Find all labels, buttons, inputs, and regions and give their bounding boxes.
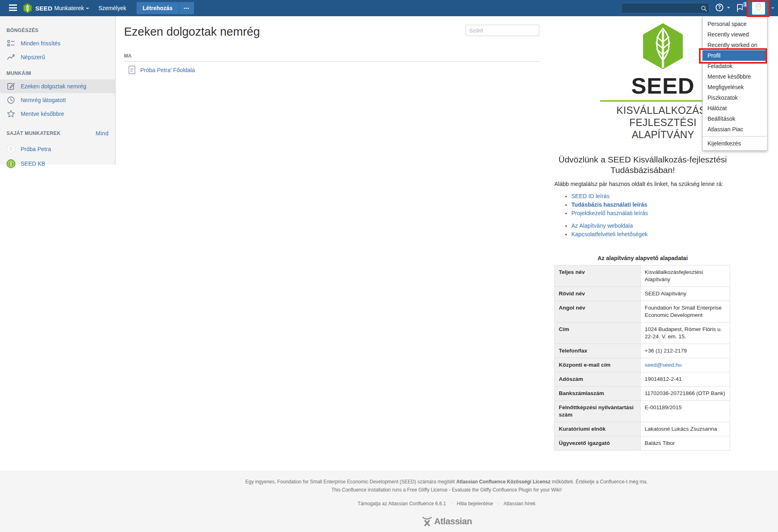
app-title: SEED xyxy=(35,5,52,12)
table-row: Adószám19014812-2-41 xyxy=(555,372,730,387)
table-row: Ügyvezető igazgatóBalázs Tibor xyxy=(555,436,730,451)
menu-item-personal-space[interactable]: Personal space xyxy=(703,19,767,29)
menu-item-beallitasok[interactable]: Beállítások xyxy=(703,113,767,124)
link-tudasbazis-hasznalati-leiras[interactable]: Tudásbázis használati leírás xyxy=(571,201,647,208)
notification-badge: 1 xyxy=(742,2,748,7)
nav-munkaterek[interactable]: Munkaterek xyxy=(54,0,89,16)
page-icon xyxy=(128,66,135,74)
seed-hexagon-leaf-icon xyxy=(640,22,686,70)
seed-leaf-logo xyxy=(6,159,15,168)
main-content: Ezeken dolgoztak nemrég MA Próba Petra' … xyxy=(124,16,540,78)
date-group-label: MA xyxy=(124,53,540,62)
list-item: SEED ID leírás xyxy=(571,192,731,201)
atlassian-logo: Atlassian xyxy=(115,516,778,527)
top-navigation-bar: SEED Munkaterek Személyek Létrehozás •••… xyxy=(0,0,778,16)
menu-item-profil[interactable]: Profil xyxy=(703,50,767,61)
sidebar-section-munkaim: MUNKÁIM xyxy=(6,70,109,77)
user-avatar-button[interactable] xyxy=(748,0,769,16)
list-item: Kapcsolatfelvételi lehetőségek xyxy=(571,230,731,239)
create-more-button[interactable]: ••• xyxy=(179,2,194,14)
menu-item-megfigyelesek[interactable]: Megfigyelések xyxy=(703,82,767,92)
foundation-data-table: Teljes névKisvállalkozásfejlesztési Alap… xyxy=(554,265,730,451)
trending-icon xyxy=(6,53,15,62)
table-row: Teljes névKisvállalkozásfejlesztési Alap… xyxy=(555,265,730,287)
menu-separator xyxy=(703,136,767,137)
edit-icon xyxy=(6,82,15,91)
filter-input[interactable] xyxy=(466,25,539,36)
sidebar-item-seed-kb[interactable]: SEED KB xyxy=(0,156,115,171)
license-text: Egy ingyenes, Foundation for Small Enter… xyxy=(115,478,778,486)
atlassian-mark-icon xyxy=(421,516,433,527)
gliffy-license-text: This Confluence installation runs a Free… xyxy=(115,486,778,494)
help-menu[interactable]: ? xyxy=(716,4,730,11)
confluence-version-text: Támogatja az Atlassian Confluence 6.6.1 xyxy=(358,501,446,506)
sidebar-item-nepszeru[interactable]: Népszerű xyxy=(0,50,115,64)
table-row: Cím1024 Budapest, Rómer Flóris u. 22-24.… xyxy=(555,323,730,344)
link-seed-id-leiras[interactable]: SEED ID leírás xyxy=(571,193,609,199)
table-title: Az alapítvány alapvető alapadatai xyxy=(554,255,731,261)
table-row: Angol névFoundation for Small Enterprise… xyxy=(555,301,730,323)
sidebar-section-sajat-munkaterek: SAJÁT MUNKATEREK Mind xyxy=(6,130,109,137)
notifications-button[interactable]: 1 xyxy=(736,3,746,13)
chevron-down-icon xyxy=(86,8,89,9)
menu-item-halozat[interactable]: Hálózat xyxy=(703,103,767,113)
menu-item-recently-viewed[interactable]: Recently viewed xyxy=(703,29,767,40)
report-bug-link[interactable]: Hiba bejelentése xyxy=(457,501,493,506)
list-item: Projektkezelő használati leírás xyxy=(571,209,731,218)
list-item: Próba Petra' Főoldala xyxy=(124,62,540,78)
star-icon xyxy=(6,109,15,118)
page-footer: Egy ingyenes, Foundation for Small Enter… xyxy=(0,470,778,532)
sidebar-item-mentve-kesobbre[interactable]: Mentve későbbre xyxy=(0,107,115,121)
search-icon[interactable] xyxy=(701,5,707,12)
menu-item-kijelentkezes[interactable]: Kijelentkezés xyxy=(703,138,767,149)
sidebar-item-ezeken-dolgoztak[interactable]: Ezeken dolgoztak nemrég xyxy=(0,79,115,93)
link-projektkezelo-hasznalati-leiras[interactable]: Projektkezelő használati leírás xyxy=(571,210,648,216)
atlassian-news-link[interactable]: Atlassian hírek xyxy=(504,501,536,506)
table-row: Bankszámlaszám11702036-20721866 (OTP Ban… xyxy=(555,387,730,401)
list-item: Az Alapítvány weboldala xyxy=(571,222,731,230)
user-avatar xyxy=(752,2,765,15)
link-kapcsolatfelveteli-lehetosegek[interactable]: Kapcsolatfelvételi lehetőségek xyxy=(571,231,648,237)
welcome-heading: Üdvözlünk a SEED Kisvállalkozás-fejleszt… xyxy=(554,154,731,175)
hamburger-menu-icon[interactable] xyxy=(9,4,17,12)
table-row: Felnőttképzési nyilvántartási számE-0011… xyxy=(555,401,730,422)
email-link[interactable]: seed@seed.hu xyxy=(645,362,682,368)
create-split-button: Létrehozás ••• xyxy=(137,2,194,14)
intro-text: Alább megtalálsz pár hasznos oldalt és l… xyxy=(554,181,731,187)
clock-icon xyxy=(6,96,15,105)
table-row: Központi e-mail címseed@seed.hu xyxy=(555,358,730,372)
list-icon xyxy=(6,39,15,48)
sidebar-section-bongeszes: BÖNGÉSZÉS xyxy=(6,27,109,34)
chevron-down-icon xyxy=(727,7,730,9)
user-dropdown-menu: Personal space Recently viewed Recently … xyxy=(702,17,767,151)
chevron-down-icon xyxy=(771,7,774,9)
nav-szemelyek[interactable]: Személyek xyxy=(98,0,126,16)
user-avatar xyxy=(6,145,15,154)
page-link-proba-petra-fooldala[interactable]: Próba Petra' Főoldala xyxy=(140,67,195,73)
useful-links-group-2: Az Alapítvány weboldala Kapcsolatfelvéte… xyxy=(554,222,731,239)
search-input[interactable] xyxy=(624,4,697,13)
table-row: Kuratóriumi elnökLakatosné Lukács Zsuzsa… xyxy=(555,422,730,436)
list-item: Tudásbázis használati leírás xyxy=(571,201,731,209)
help-icon: ? xyxy=(716,4,723,11)
seed-leaf-icon xyxy=(23,3,32,13)
dashboard-sidebar: BÖNGÉSZÉS Minden frissítés Népszerű MUNK… xyxy=(0,16,115,165)
menu-item-piszkozatok[interactable]: Piszkozatok xyxy=(703,92,767,103)
menu-item-mentve-kesobbre[interactable]: Mentve későbbre xyxy=(703,71,767,82)
sidebar-item-minden-frissites[interactable]: Minden frissítés xyxy=(0,36,115,50)
app-brand[interactable]: SEED xyxy=(23,3,52,13)
useful-links-group-1: SEED ID leírás Tudásbázis használati leí… xyxy=(554,192,731,218)
link-alapitvany-weboldala[interactable]: Az Alapítvány weboldala xyxy=(571,222,633,229)
menu-item-recently-worked-on[interactable]: Recently worked on xyxy=(703,40,767,50)
table-row: Telefon/fax+36 (1) 212-2179 xyxy=(555,344,730,358)
footer-links: Támogatja az Atlassian Confluence 6.6.1 … xyxy=(115,500,778,508)
sidebar-item-nemreg-latogatott[interactable]: Nemrég látogatott xyxy=(0,93,115,107)
sidebar-mind-link[interactable]: Mind xyxy=(96,130,109,137)
menu-item-atlassian-piac[interactable]: Atlassian Piac xyxy=(703,124,767,135)
create-button[interactable]: Létrehozás xyxy=(137,2,179,14)
menu-item-feladatok[interactable]: Feladatok xyxy=(703,61,767,71)
sidebar-item-proba-petra[interactable]: Próba Petra xyxy=(0,142,115,156)
search-container xyxy=(621,3,710,13)
table-row: Rövid névSEED Alapítvány xyxy=(555,287,730,301)
